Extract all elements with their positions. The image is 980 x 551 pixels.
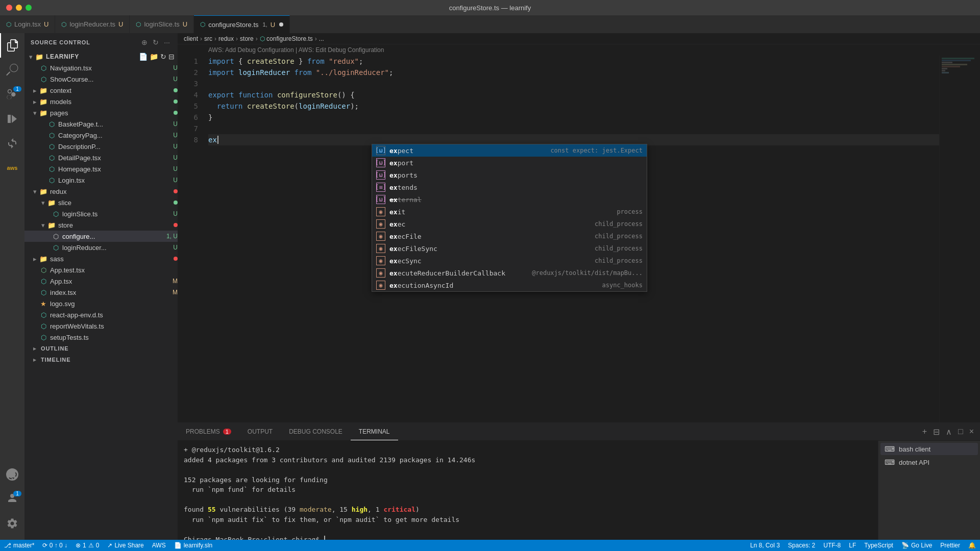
autocomplete-dropdown[interactable]: [ω] expect const expect: jest.Expect [ω]… [372,144,647,292]
activity-item-search[interactable] [0,58,24,82]
status-golive[interactable]: 📡 Go Live [897,540,936,551]
tree-item-index-tsx[interactable]: ⬡ index.tsx M [24,287,178,298]
new-terminal-button[interactable]: + [920,425,929,438]
activity-item-run[interactable] [0,107,24,131]
close-button[interactable] [6,5,12,11]
status-language[interactable]: TypeScript [860,540,897,551]
ac-item-extends[interactable]: [≡] extends [372,181,647,193]
status-liveshare[interactable]: ↗ Live Share [103,540,148,551]
activity-item-settings[interactable] [0,511,24,536]
collapse-tree-button[interactable]: ⊟ [168,53,175,61]
split-terminal-button[interactable]: ⊟ [931,425,942,439]
panel-tab-terminal[interactable]: TERMINAL [351,423,398,440]
maximize-panel-button[interactable]: □ [956,425,965,438]
ac-item-executereducer[interactable]: ◉ executeReducerBuilderCallback @reduxjs… [372,267,647,279]
activity-item-account[interactable]: 1 [0,487,24,511]
status-spaces[interactable]: Spaces: 2 [784,540,819,551]
breadcrumb-src[interactable]: src [204,35,212,42]
tree-item-sass[interactable]: ▸ 📁 sass [24,253,178,264]
status-prettier[interactable]: Prettier [936,540,964,551]
close-panel-button[interactable]: × [967,425,976,438]
tree-item-models[interactable]: ▸ 📁 models [24,96,178,107]
tree-item-showcourse[interactable]: ⬡ ShowCourse... U [24,73,178,85]
activity-item-remote[interactable] [0,462,24,487]
tree-item-basketpage[interactable]: ⬡ BasketPage.t... U [24,118,178,130]
maximize-button[interactable] [26,5,32,11]
activity-item-explorer[interactable] [0,33,24,58]
tree-item-pages[interactable]: ▾ 📁 pages [24,107,178,118]
activity-item-source-control[interactable]: 1 [0,82,24,107]
sidebar: SOURCE CONTROL ⊕ ↻ ··· ▾ 📁 LEARNIFY 📄 📁 … [24,33,178,540]
tab-login-slice[interactable]: ⬡ loginSlice.ts U [130,15,194,33]
ac-label-execfilesync: execFileSync [389,245,591,253]
minimize-button[interactable] [16,5,22,11]
breadcrumb-store[interactable]: store [240,35,254,42]
collapse-all-button[interactable]: ⊕ [140,37,149,47]
timeline-section[interactable]: ▸ TIMELINE [24,354,178,365]
breadcrumb-more[interactable]: ... [319,35,324,42]
tab-login-reducer[interactable]: ⬡ loginReducer.ts U [55,15,130,33]
tree-item-detailpage[interactable]: ⬡ DetailPage.tsx U [24,152,178,163]
breadcrumb-redux[interactable]: redux [218,35,234,42]
ac-item-execfilesync[interactable]: ◉ execFileSync child_process [372,242,647,255]
terminal-main[interactable]: + @reduxjs/toolkit@1.6.2 added 4 package… [178,441,878,540]
activity-item-extensions[interactable] [0,131,24,156]
tree-item-configurefile[interactable]: ⬡ configure... 1, U [24,231,178,242]
ac-item-exec[interactable]: ◉ exec child_process [372,218,647,230]
outline-section[interactable]: ▸ OUTLINE [24,343,178,354]
ac-item-exports[interactable]: [ω] exports [372,169,647,181]
tree-item-store[interactable]: ▾ 📁 store [24,219,178,231]
tree-item-slice[interactable]: ▾ 📁 slice [24,197,178,208]
activity-item-aws[interactable]: aws [0,156,24,180]
tree-item-homepage[interactable]: ⬡ Homepage.tsx U [24,163,178,174]
status-line[interactable]: Ln 8, Col 3 [746,540,784,551]
code-editor[interactable]: AWS: Add Debug Configuration | AWS: Edit… [178,44,980,422]
status-notifications[interactable]: 🔔 [964,540,980,551]
tree-item-categorypage[interactable]: ⬡ CategoryPag... U [24,130,178,141]
status-encoding[interactable]: UTF-8 [819,540,845,551]
ac-item-execfile[interactable]: ◉ execFile child_process [372,230,647,242]
breadcrumb-file[interactable]: ⬡ configureStore.ts [260,35,313,42]
status-filename[interactable]: 📄 learnify.sln [170,540,216,551]
tree-item-setuptests[interactable]: ⬡ setupTests.ts [24,332,178,343]
ac-item-execsync[interactable]: ◉ execSync child_process [372,255,647,267]
terminal-tab-bash[interactable]: ⌨ bash client [880,443,978,455]
new-folder-button[interactable]: 📁 [150,53,158,61]
tree-item-learnify-root[interactable]: ▾ 📁 LEARNIFY 📄 📁 ↻ ⊟ [24,51,178,62]
tree-item-login-page[interactable]: ⬡ Login.tsx U [24,174,178,186]
status-eol[interactable]: LF [845,540,860,551]
status-errors[interactable]: ⊗ 1 ⚠ 0 [71,540,103,551]
ac-type-exit: process [617,208,643,215]
tree-item-redux[interactable]: ▾ 📁 redux [24,186,178,197]
panel-tab-problems[interactable]: PROBLEMS 1 [178,423,239,440]
tree-item-loginslice[interactable]: ⬡ loginSlice.ts U [24,208,178,219]
tree-item-app-tsx[interactable]: ⬡ App.tsx M [24,276,178,287]
tab-configure-store[interactable]: ⬡ configureStore.ts 1, U [194,15,290,33]
breadcrumb-client[interactable]: client [184,35,198,42]
tree-item-react-app-env[interactable]: ⬡ react-app-env.d.ts [24,309,178,320]
refresh-tree-button[interactable]: ↻ [160,53,166,61]
tree-item-logo-svg[interactable]: ★ logo.svg [24,298,178,309]
ac-item-external[interactable]: [ω] external [372,193,647,206]
tree-item-loginreducer[interactable]: ⬡ loginReducer... U [24,242,178,253]
ac-item-expect[interactable]: [ω] expect const expect: jest.Expect [372,144,647,157]
tree-item-app-test[interactable]: ⬡ App.test.tsx [24,264,178,276]
ac-item-executionasyncid[interactable]: ◉ executionAsyncId async_hooks [372,279,647,291]
new-file-button[interactable]: 📄 [139,53,148,61]
ac-item-exit[interactable]: ◉ exit process [372,206,647,218]
status-aws[interactable]: AWS [148,540,170,551]
tree-item-navigation[interactable]: ⬡ Navigation.tsx U [24,62,178,73]
collapse-panel-button[interactable]: ∧ [944,425,954,439]
tree-item-reportwebvitals[interactable]: ⬡ reportWebVitals.ts [24,320,178,332]
tree-item-descriptionp[interactable]: ⬡ DescriptionP... U [24,141,178,152]
refresh-button[interactable]: ↻ [151,37,160,47]
tree-item-context[interactable]: ▸ 📁 context [24,85,178,96]
ac-item-export[interactable]: [ω] export [372,157,647,169]
panel-tab-debug[interactable]: DEBUG CONSOLE [281,423,351,440]
status-sync[interactable]: ⟳ 0 ↑ 0 ↓ [38,540,71,551]
tab-login-tsx[interactable]: ⬡ Login.tsx U [0,15,55,33]
panel-tab-output[interactable]: OUTPUT [239,423,281,440]
status-branch[interactable]: ⎇ master* [0,540,38,551]
terminal-tab-dotnet[interactable]: ⌨ dotnet API [880,456,978,468]
more-button[interactable]: ··· [162,37,172,47]
